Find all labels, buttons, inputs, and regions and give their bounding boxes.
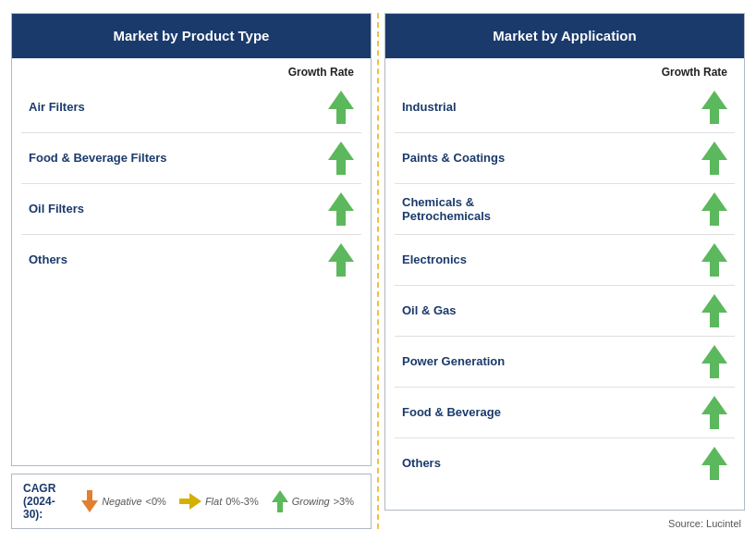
left-growth-rate-label: Growth Rate (21, 66, 361, 79)
legend-negative-label: Negative (102, 496, 141, 507)
item-label-power-generation: Power Generation (402, 354, 698, 368)
green-up-arrow-icon (701, 345, 727, 378)
item-label-paints-coatings: Paints & Coatings (402, 151, 698, 165)
yellow-right-arrow-icon (179, 493, 201, 510)
arrow-container (698, 345, 731, 378)
legend-item-negative: Negative <0% (81, 490, 166, 512)
legend-flat-label: Flat (205, 496, 222, 507)
green-up-arrow-icon (328, 243, 354, 277)
legend-item-flat: Flat 0%-3% (179, 493, 259, 510)
green-up-arrow-icon (328, 192, 354, 226)
list-item: Oil & Gas (395, 286, 735, 337)
arrow-container (698, 142, 731, 175)
right-panel-body: Growth Rate Industrial Paints & Coatings… (385, 58, 744, 511)
list-item: Industrial (395, 82, 735, 133)
legend-growing-label: Growing (292, 496, 330, 507)
green-up-arrow-icon (701, 396, 727, 429)
left-panel-body: Growth Rate Air Filters Food & Beverage … (12, 58, 371, 466)
vertical-divider (377, 13, 379, 529)
arrow-container (698, 294, 731, 327)
list-item: Power Generation (395, 337, 735, 388)
right-section: Market by Application Growth Rate Indust… (384, 13, 745, 529)
orange-down-arrow-icon (81, 490, 98, 512)
green-up-arrow-icon (701, 192, 727, 226)
item-label-electronics: Electronics (402, 253, 698, 266)
page-container: Market by Product Type Growth Rate Air F… (0, 0, 756, 542)
left-panel-header: Market by Product Type (12, 14, 371, 58)
list-item: Electronics (395, 235, 735, 286)
green-up-arrow-icon (701, 142, 727, 175)
green-up-arrow-icon (701, 294, 727, 327)
green-up-legend-arrow-icon (272, 490, 288, 512)
item-label-oil-filters: Oil Filters (29, 202, 324, 216)
list-item: Others (21, 235, 361, 285)
list-item: Others (395, 438, 735, 488)
right-panel: Market by Application Growth Rate Indust… (384, 13, 745, 511)
item-label-industrial: Industrial (402, 100, 698, 114)
source-text: Source: Lucintel (384, 518, 745, 529)
item-label-food-beverage-right: Food & Beverage (402, 405, 698, 419)
list-item: Paints & Coatings (395, 133, 735, 184)
arrow-container (324, 142, 358, 175)
legend-growing-value: >3% (334, 496, 354, 507)
legend-item-growing: Growing >3% (272, 490, 354, 512)
item-label-chemicals: Chemicals & Petrochemicals (402, 195, 698, 223)
green-up-arrow-icon (701, 447, 727, 480)
dashed-line (377, 13, 379, 529)
legend-flat-value: 0%-3% (226, 496, 258, 507)
green-up-arrow-icon (701, 91, 727, 124)
item-label-others-right: Others (402, 456, 698, 470)
left-panel: Market by Product Type Growth Rate Air F… (11, 13, 372, 466)
legend-negative-value: <0% (146, 496, 166, 507)
list-item: Chemicals & Petrochemicals (395, 184, 735, 235)
arrow-container (698, 243, 731, 277)
arrow-container (698, 396, 731, 429)
arrow-container (698, 447, 731, 480)
legend-box: CAGR (2024-30): Negative <0% Flat 0%-3% … (11, 474, 372, 529)
list-item: Food & Beverage Filters (21, 133, 361, 184)
green-up-arrow-icon (328, 91, 354, 124)
item-label-food-beverage-filters: Food & Beverage Filters (29, 151, 324, 165)
arrow-container (698, 91, 731, 124)
item-label-others-left: Others (29, 253, 324, 266)
right-growth-rate-label: Growth Rate (395, 66, 735, 79)
arrow-container (324, 192, 358, 226)
right-panel-header: Market by Application (385, 14, 744, 58)
arrow-container (698, 192, 731, 226)
green-up-arrow-icon (701, 243, 727, 277)
list-item: Food & Beverage (395, 388, 735, 438)
left-section: Market by Product Type Growth Rate Air F… (11, 13, 372, 529)
legend-cagr-label: CAGR (2024-30): (23, 482, 74, 521)
item-label-air-filters: Air Filters (29, 100, 324, 114)
item-label-oil-gas: Oil & Gas (402, 303, 698, 317)
list-item: Air Filters (21, 82, 361, 133)
green-up-arrow-icon (328, 142, 354, 175)
arrow-container (324, 91, 358, 124)
list-item: Oil Filters (21, 184, 361, 235)
arrow-container (324, 243, 358, 277)
